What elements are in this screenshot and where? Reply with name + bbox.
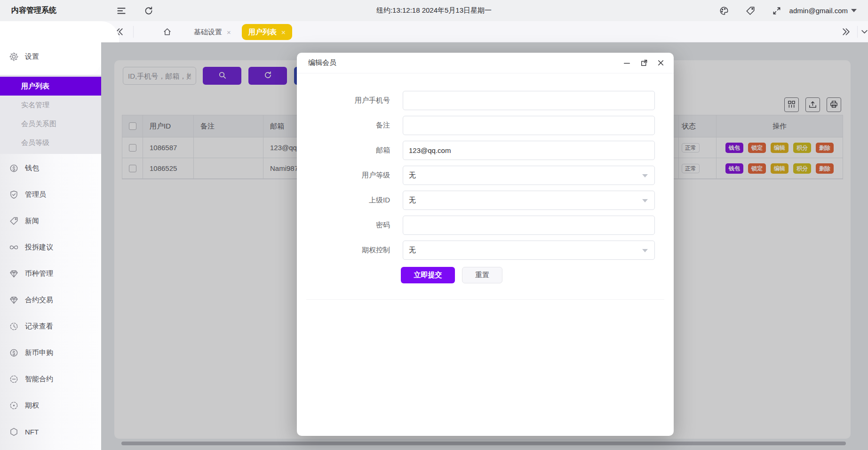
- sidebar-item-label: 管理员: [25, 190, 46, 199]
- hexagon-icon: [9, 427, 19, 437]
- field-label: 用户手机号: [297, 96, 397, 105]
- modal-form: 用户手机号备注邮箱用户等级无上级ID无密码期权控制无: [297, 91, 674, 265]
- form-row: 上级ID无: [297, 191, 674, 210]
- close-icon[interactable]: ×: [281, 29, 286, 36]
- coin-icon: [9, 163, 19, 173]
- tab-label: 用户列表: [248, 28, 277, 37]
- caret-down-icon: [851, 9, 857, 12]
- caret-down-icon: [642, 249, 648, 252]
- divider: [306, 299, 664, 300]
- sidebar-item-tag-4[interactable]: 新闻: [0, 211, 101, 230]
- sidebar-item-label: 记录查看: [25, 322, 53, 331]
- form-row: 期权控制无: [297, 241, 674, 260]
- divider: [133, 26, 134, 38]
- select-value: 无: [409, 246, 416, 255]
- palette-icon[interactable]: [719, 6, 729, 16]
- target-icon: [9, 401, 19, 410]
- select-用户等级[interactable]: 无: [403, 166, 655, 185]
- input-密码[interactable]: [403, 216, 655, 235]
- sidebar-item-label: 新闻: [25, 217, 39, 225]
- modal-header: 编辑会员: [297, 53, 674, 73]
- sidebar-subitem[interactable]: 会员关系图: [0, 114, 101, 133]
- field-label: 备注: [297, 121, 397, 130]
- app-header: 内容管理系统 纽约:13:12:18 2024年5月13日星期一 admin@g…: [0, 0, 868, 21]
- form-row: 密码: [297, 216, 674, 235]
- double-chevron-right-icon[interactable]: [841, 27, 851, 37]
- modal-title: 编辑会员: [308, 58, 336, 67]
- sidebar-item-target-11[interactable]: 期权: [0, 396, 101, 415]
- sidebar-item-hexagon-12[interactable]: NFT: [0, 422, 101, 441]
- history-icon: [9, 321, 19, 331]
- home-icon[interactable]: [162, 27, 172, 37]
- field-box: [403, 91, 655, 110]
- sidebar-item-gear-0[interactable]: 设置: [0, 47, 101, 66]
- field-label: 用户等级: [297, 171, 397, 180]
- close-icon[interactable]: [656, 58, 665, 67]
- form-row: 邮箱: [297, 141, 674, 160]
- field-label: 邮箱: [297, 146, 397, 155]
- caret-down-icon: [642, 199, 648, 202]
- sidebar-item-label: 智能合约: [25, 375, 53, 384]
- sidebar-item-label: 合约交易: [25, 296, 53, 305]
- submit-button[interactable]: 立即提交: [401, 267, 455, 283]
- sidebar-item-label: 钱包: [25, 164, 39, 173]
- infinity-icon: [9, 242, 19, 252]
- sidebar-item-label: 设置: [25, 52, 39, 61]
- tab-label: 基础设置: [194, 28, 222, 37]
- reset-button[interactable]: 重置: [462, 267, 502, 283]
- sidebar-item-history-8[interactable]: 记录查看: [0, 317, 101, 336]
- coin-icon: [9, 348, 19, 358]
- form-row: 备注: [297, 116, 674, 135]
- dashed-circle-icon: [9, 374, 19, 384]
- chevron-down-icon[interactable]: [860, 27, 868, 37]
- sidebar-item-dashed-circle-10[interactable]: 智能合约: [0, 370, 101, 388]
- fullscreen-icon[interactable]: [772, 6, 782, 16]
- user-account-menu[interactable]: admin@gmail.com: [789, 7, 857, 15]
- sidebar-subitem[interactable]: 实名管理: [0, 96, 101, 114]
- close-icon[interactable]: ×: [227, 29, 231, 36]
- sidebar-item-shield-check-3[interactable]: 管理员: [0, 185, 101, 204]
- input-邮箱[interactable]: [403, 141, 655, 160]
- sidebar-item-label: 新币申购: [25, 348, 53, 357]
- input-备注[interactable]: [403, 116, 655, 135]
- sidebar-subitem[interactable]: 会员等级: [0, 133, 101, 152]
- sidebar-item-infinity-5[interactable]: 投拆建议: [0, 238, 101, 257]
- tag-icon: [9, 216, 19, 226]
- sidebar-subitem[interactable]: 用户列表: [0, 77, 101, 96]
- edit-member-modal: 编辑会员 用户手机号备注邮箱用户等级无上级ID无密码期权控制无 立即提交 重置: [297, 53, 674, 436]
- field-label: 密码: [297, 221, 397, 230]
- sidebar-item-coin-9[interactable]: 新币申购: [0, 343, 101, 362]
- tab-base-settings[interactable]: 基础设置 ×: [187, 24, 238, 40]
- caret-down-icon: [642, 174, 648, 177]
- field-label: 期权控制: [297, 246, 397, 255]
- form-row: 用户手机号: [297, 91, 674, 110]
- sidebar-item-label: 期权: [25, 401, 39, 410]
- input-用户手机号[interactable]: [403, 91, 655, 110]
- sidebar-item-gem-6[interactable]: 币种管理: [0, 264, 101, 283]
- form-row: 用户等级无: [297, 166, 674, 185]
- select-上级ID[interactable]: 无: [403, 191, 655, 210]
- tab-user-list[interactable]: 用户列表 ×: [242, 24, 292, 40]
- field-box: [403, 116, 655, 135]
- sidebar-item-coin-2[interactable]: 钱包: [0, 159, 101, 177]
- maximize-icon[interactable]: [639, 58, 648, 67]
- clock-text: 纽约:13:12:18 2024年5月13日星期一: [0, 6, 868, 15]
- gem-icon: [9, 269, 19, 279]
- tag-icon[interactable]: [745, 6, 756, 16]
- minimize-icon[interactable]: [622, 58, 631, 67]
- window-controls: [622, 58, 665, 67]
- sidebar-item-label: 币种管理: [25, 269, 53, 278]
- field-box: [403, 141, 655, 160]
- sidebar: 设置用户用户列表实名管理会员关系图会员等级钱包管理员新闻投拆建议币种管理合约交易…: [0, 21, 101, 450]
- user-email: admin@gmail.com: [789, 7, 848, 15]
- divider: [857, 26, 858, 38]
- field-label: 上级ID: [297, 196, 397, 205]
- sidebar-item-gem-7[interactable]: 合约交易: [0, 290, 101, 309]
- select-期权控制[interactable]: 无: [403, 241, 655, 260]
- gem-icon: [9, 295, 19, 305]
- sidebar-submenu: 用户列表实名管理会员关系图会员等级: [0, 75, 101, 154]
- sidebar-item-label: 投拆建议: [25, 243, 53, 252]
- shield-check-icon: [9, 190, 19, 200]
- select-value: 无: [409, 171, 416, 180]
- field-box: [403, 216, 655, 235]
